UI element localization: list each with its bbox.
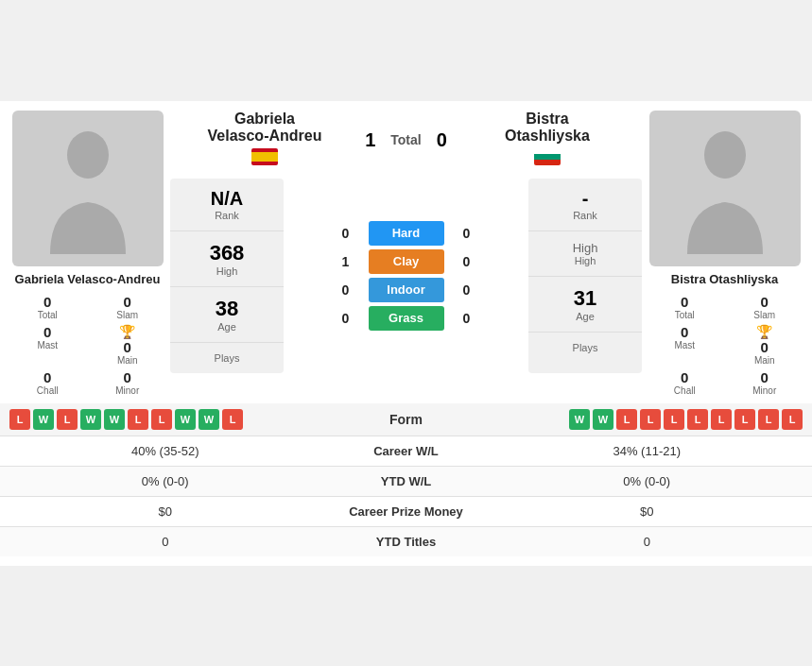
form-badge-p2: L [758, 409, 779, 430]
player2-name-top: Bistra Otashliyska [453, 111, 642, 169]
player1-age-value: 38 [216, 297, 238, 321]
grass-row: 0 Grass 0 [289, 306, 523, 331]
form-badge-p2: L [782, 409, 803, 430]
player1-chall-label: Chall [37, 385, 59, 396]
player1-slam-label: Slam [116, 310, 138, 320]
player1-minor-value: 0 [124, 369, 131, 385]
clay-score-p1: 1 [337, 254, 355, 269]
career-wl-label: Career W/L [321, 444, 492, 458]
grass-score-p1: 0 [337, 311, 355, 326]
stats-rows: 40% (35-52) Career W/L 34% (11-21) 0% (0… [0, 435, 812, 556]
svg-point-0 [67, 131, 109, 179]
player2-minor-label: Minor [752, 385, 776, 396]
form-badge-p2: W [593, 409, 613, 430]
player2-stat-box: - Rank High High 31 Age Plays [528, 179, 642, 373]
player1-trophy-icon: 🏆 0 Main [93, 324, 164, 366]
player2-minor-stat: 0 Minor [730, 369, 801, 396]
form-badge-p1: W [80, 409, 101, 430]
ytd-wl-p1: 0% (0-0) [9, 474, 321, 488]
player2-main-label: Main [754, 355, 775, 366]
player1-minor-label: Minor [115, 385, 139, 396]
hard-score-p1: 0 [337, 226, 355, 241]
player2-minor-value: 0 [761, 369, 769, 385]
main-container: Gabriela Velasco-Andreu 0 Total 0 Slam 0… [0, 101, 812, 566]
player2-mast-label: Mast [674, 340, 695, 350]
ytd-titles-row: 0 YTD Titles 0 [0, 526, 812, 556]
player2-slam-label: Slam [753, 310, 775, 320]
player1-name: Gabriela Velasco-Andreu [15, 272, 161, 286]
career-wl-p1: 40% (35-52) [9, 444, 321, 458]
player2-chall-value: 0 [681, 369, 688, 385]
player2-flag [534, 148, 561, 165]
player2-rank-row: - Rank [528, 179, 642, 231]
form-badge-p1: L [9, 409, 30, 430]
player1-chall-stat: 0 Chall [12, 369, 83, 396]
ytd-wl-row: 0% (0-0) YTD W/L 0% (0-0) [0, 466, 812, 496]
clay-score-p2: 0 [458, 254, 476, 269]
ytd-wl-label: YTD W/L [321, 474, 492, 488]
player1-rank-value: N/A [211, 188, 243, 210]
form-badge-p2: L [687, 409, 708, 430]
ytd-titles-label: YTD Titles [321, 535, 492, 549]
player1-name-top: Gabriela Velasco-Andreu [170, 111, 359, 169]
player1-plays-label: Plays [215, 352, 240, 364]
form-badge-p1: W [33, 409, 54, 430]
player2-high-label: High [575, 255, 596, 266]
surfaces-column: 0 Hard 0 1 Clay 0 0 [289, 179, 523, 373]
player2-age-value: 31 [574, 286, 596, 311]
form-badge-p1: L [57, 409, 78, 430]
top-section: Gabriela Velasco-Andreu 0 Total 0 Slam 0… [0, 111, 812, 396]
middle-section: Gabriela Velasco-Andreu 1 Total 0 Bistra… [170, 111, 642, 396]
player1-flag [251, 148, 278, 165]
player1-rank-label: Rank [215, 210, 239, 221]
ytd-wl-p2: 0% (0-0) [492, 474, 803, 488]
player1-stat-box: N/A Rank 368 High 38 Age Plays [170, 179, 284, 373]
svg-point-1 [704, 131, 746, 179]
form-badge-p1: L [151, 409, 172, 430]
player2-chall-stat: 0 Chall [649, 369, 720, 396]
player2-age-label: Age [576, 311, 595, 322]
player2-form-badges: WWLLLLLLLL [482, 409, 803, 430]
indoor-badge: Indoor [369, 278, 444, 302]
player1-main-value: 0 [124, 339, 131, 355]
player2-rank-label: Rank [573, 210, 597, 221]
player2-avatar [649, 111, 801, 266]
player1-slam-value: 0 [124, 294, 131, 310]
player2-high-row: High High [528, 231, 642, 277]
prize-p1: $0 [9, 504, 321, 519]
player1-age-row: 38 Age [170, 287, 284, 343]
player2-trophy-icon: 🏆 0 Main [730, 324, 801, 366]
clay-badge: Clay [369, 249, 444, 274]
grass-score-p2: 0 [458, 311, 476, 326]
ytd-titles-p2: 0 [492, 535, 803, 549]
player1-high-value: 368 [210, 241, 245, 265]
player1-minor-stat: 0 Minor [93, 369, 164, 396]
player1-slam-stat: 0 Slam [93, 294, 164, 320]
player2-slam-value: 0 [761, 294, 769, 310]
player1-high-row: 368 High [170, 231, 284, 287]
player1-main-label: Main [117, 355, 138, 366]
player2-plays-label: Plays [573, 342, 598, 353]
form-badge-p1: W [199, 409, 219, 430]
form-badge-p1: W [175, 409, 196, 430]
total-score-p1: 1 [365, 129, 375, 151]
player2-total-value: 0 [681, 294, 688, 310]
player1-mast-stat: 0 Mast [12, 324, 83, 366]
player1-mast-label: Mast [37, 340, 58, 350]
career-wl-p2: 34% (11-21) [492, 444, 803, 458]
hard-score-p2: 0 [458, 226, 476, 241]
form-badge-p2: L [734, 409, 755, 430]
grass-badge: Grass [369, 306, 444, 331]
player1-card: Gabriela Velasco-Andreu 0 Total 0 Slam 0… [5, 111, 170, 396]
form-badge-p2: L [640, 409, 661, 430]
player2-name: Bistra Otashliyska [671, 272, 778, 286]
player2-total-stat: 0 Total [649, 294, 720, 320]
prize-label: Career Prize Money [321, 504, 492, 519]
player1-mast-value: 0 [43, 324, 51, 340]
total-label: Total [390, 132, 421, 147]
player1-age-label: Age [217, 321, 236, 333]
indoor-row: 0 Indoor 0 [289, 278, 523, 302]
player2-slam-stat: 0 Slam [730, 294, 801, 320]
player1-chall-value: 0 [43, 369, 51, 385]
total-score-p2: 0 [437, 129, 447, 151]
